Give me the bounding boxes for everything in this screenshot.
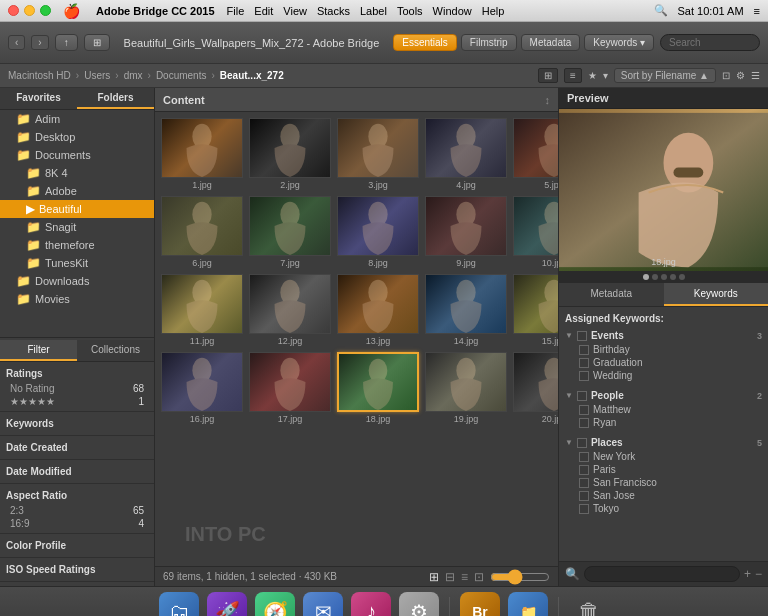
- breadcrumb-users[interactable]: Users: [84, 70, 110, 81]
- thumbnail-item-1[interactable]: 1.jpg: [161, 118, 243, 190]
- filter-date-created-title[interactable]: Date Created: [6, 439, 148, 456]
- preview-dot[interactable]: [652, 274, 658, 280]
- apple-menu[interactable]: 🍎: [63, 3, 80, 19]
- kw-checkbox[interactable]: [579, 452, 589, 462]
- menu-tools[interactable]: Tools: [397, 5, 423, 17]
- menu-label[interactable]: Label: [360, 5, 387, 17]
- detail-view-icon[interactable]: ⊡: [474, 570, 484, 584]
- menu-extras[interactable]: ≡: [754, 5, 760, 17]
- kw-item-ryan[interactable]: Ryan: [565, 416, 762, 429]
- kw-checkbox[interactable]: [579, 371, 589, 381]
- thumbnail-item-5[interactable]: 5.jpg: [513, 118, 558, 190]
- kw-item-paris[interactable]: Paris: [565, 463, 762, 476]
- menu-view[interactable]: View: [283, 5, 307, 17]
- thumbnail-item-12[interactable]: 12.jpg: [249, 274, 331, 346]
- list-view-button[interactable]: ≡: [564, 68, 582, 83]
- dock-launchpad[interactable]: 🚀: [207, 592, 247, 617]
- kw-item-sanjose[interactable]: San Jose: [565, 489, 762, 502]
- thumbnail-item-9[interactable]: 9.jpg: [425, 196, 507, 268]
- preview-dot[interactable]: [661, 274, 667, 280]
- thumbnail-item-11[interactable]: 11.jpg: [161, 274, 243, 346]
- kw-checkbox[interactable]: [577, 391, 587, 401]
- tab-essentials[interactable]: Essentials: [393, 34, 457, 51]
- kw-checkbox[interactable]: [577, 438, 587, 448]
- filter-exposure-title[interactable]: Exposure Time: [6, 585, 148, 587]
- close-button[interactable]: [8, 5, 19, 16]
- breadcrumb-macintosh[interactable]: Macintosh HD: [8, 70, 71, 81]
- filter-keywords-title[interactable]: Keywords: [6, 415, 148, 432]
- tab-metadata[interactable]: Metadata: [521, 34, 581, 51]
- menu-help[interactable]: Help: [482, 5, 505, 17]
- thumbnail-item-7[interactable]: 7.jpg: [249, 196, 331, 268]
- dock-folder[interactable]: 📁: [508, 592, 548, 617]
- menu-edit[interactable]: Edit: [254, 5, 273, 17]
- grid-view-icon[interactable]: ⊞: [429, 570, 439, 584]
- thumbnail-item-8[interactable]: 8.jpg: [337, 196, 419, 268]
- thumbnail-item-18[interactable]: 18.jpg: [337, 352, 419, 424]
- view-options-icon[interactable]: ⊡: [722, 70, 730, 81]
- dock-mail[interactable]: ✉: [303, 592, 343, 617]
- thumbnail-item-13[interactable]: 13.jpg: [337, 274, 419, 346]
- forward-button[interactable]: ›: [31, 35, 48, 50]
- list-view-icon[interactable]: ≡: [461, 570, 468, 584]
- filter-date-modified-title[interactable]: Date Modified: [6, 463, 148, 480]
- kw-checkbox[interactable]: [579, 491, 589, 501]
- thumbnail-item-3[interactable]: 3.jpg: [337, 118, 419, 190]
- thumbnail-item-20[interactable]: 20.jpg: [513, 352, 558, 424]
- thumbnail-item-19[interactable]: 19.jpg: [425, 352, 507, 424]
- view-mode-button[interactable]: ⊞: [84, 34, 110, 51]
- go-up-button[interactable]: ↑: [55, 34, 78, 51]
- preview-dot[interactable]: [643, 274, 649, 280]
- sidebar-item-tuneskit[interactable]: 📁 TunesKit: [0, 254, 154, 272]
- filmstrip-view-icon[interactable]: ⊟: [445, 570, 455, 584]
- dock-preferences[interactable]: ⚙: [399, 592, 439, 617]
- sort-button[interactable]: Sort by Filename ▲: [614, 68, 716, 83]
- app-name[interactable]: Adobe Bridge CC 2015: [96, 5, 215, 17]
- breadcrumb-documents[interactable]: Documents: [156, 70, 207, 81]
- thumbnail-item-4[interactable]: 4.jpg: [425, 118, 507, 190]
- kw-group-events-title[interactable]: ▼ Events 3: [565, 328, 762, 343]
- menu-stacks[interactable]: Stacks: [317, 5, 350, 17]
- kw-item-matthew[interactable]: Matthew: [565, 403, 762, 416]
- folders-tab[interactable]: Folders: [77, 88, 154, 109]
- dock-finder[interactable]: 🗂: [159, 592, 199, 617]
- kw-checkbox[interactable]: [579, 358, 589, 368]
- sidebar-item-snagit[interactable]: 📁 Snagit: [0, 218, 154, 236]
- preview-dot[interactable]: [679, 274, 685, 280]
- filter-no-rating[interactable]: No Rating 68: [6, 382, 148, 395]
- thumbnail-item-2[interactable]: 2.jpg: [249, 118, 331, 190]
- dock-bridge[interactable]: Br: [460, 592, 500, 617]
- kw-item-sanfrancisco[interactable]: San Francisco: [565, 476, 762, 489]
- kw-group-people-title[interactable]: ▼ People 2: [565, 388, 762, 403]
- thumbnail-item-6[interactable]: 6.jpg: [161, 196, 243, 268]
- sidebar-item-desktop[interactable]: 📁 Desktop: [0, 128, 154, 146]
- action-icon[interactable]: ⚙: [736, 70, 745, 81]
- grid-view-button[interactable]: ⊞: [538, 68, 558, 83]
- kw-checkbox[interactable]: [579, 418, 589, 428]
- kw-checkbox[interactable]: [579, 478, 589, 488]
- sidebar-item-adim[interactable]: 📁 Adim: [0, 110, 154, 128]
- remove-keyword-button[interactable]: −: [755, 567, 762, 581]
- kw-checkbox[interactable]: [579, 465, 589, 475]
- sidebar-item-documents[interactable]: 📁 Documents: [0, 146, 154, 164]
- favorites-tab[interactable]: Favorites: [0, 88, 77, 109]
- filter-169[interactable]: 16:9 4: [6, 517, 148, 530]
- filter-23[interactable]: 2:3 65: [6, 504, 148, 517]
- tab-metadata[interactable]: Metadata: [559, 283, 664, 306]
- expand-icon[interactable]: ↕: [545, 94, 551, 106]
- spotlight-icon[interactable]: 🔍: [654, 4, 668, 17]
- minimize-button[interactable]: [24, 5, 35, 16]
- kw-checkbox[interactable]: [577, 331, 587, 341]
- add-keyword-button[interactable]: +: [744, 567, 751, 581]
- breadcrumb-current[interactable]: Beaut...x_272: [220, 70, 284, 81]
- collections-tab[interactable]: Collections: [77, 340, 154, 361]
- sidebar-item-beautiful[interactable]: ▶ Beautiful: [0, 200, 154, 218]
- search-input[interactable]: [660, 34, 760, 51]
- kw-checkbox[interactable]: [579, 345, 589, 355]
- preview-dot[interactable]: [670, 274, 676, 280]
- sidebar-item-8k[interactable]: 📁 8K 4: [0, 164, 154, 182]
- filter-color-profile-title[interactable]: Color Profile: [6, 537, 148, 554]
- maximize-button[interactable]: [40, 5, 51, 16]
- kw-group-places-title[interactable]: ▼ Places 5: [565, 435, 762, 450]
- thumbnail-item-10[interactable]: 10.jpg: [513, 196, 558, 268]
